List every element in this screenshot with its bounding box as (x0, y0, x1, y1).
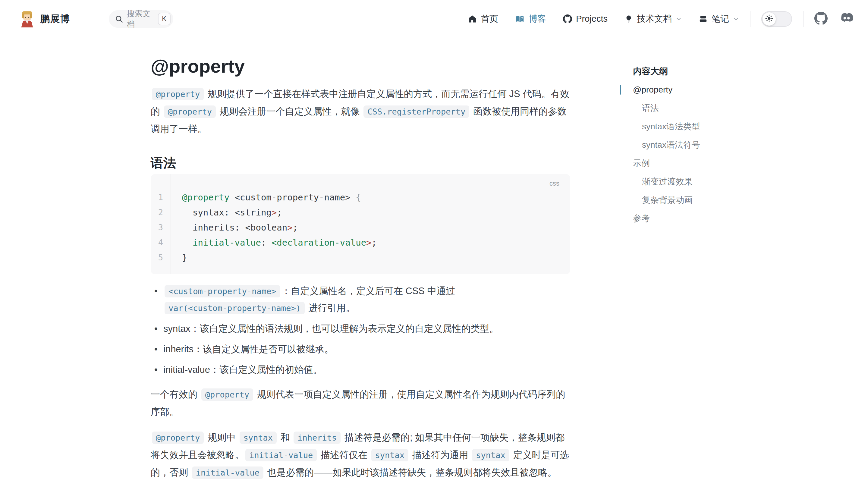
inline-code: inherits (293, 432, 341, 444)
github-icon (814, 12, 828, 26)
inline-code: syntax (240, 432, 277, 444)
list-item: inherits：该自定义属性是否可以被继承。 (151, 341, 570, 358)
theme-toggle[interactable] (761, 11, 792, 27)
divider (803, 11, 804, 27)
toc-item[interactable]: 渐变过渡效果 (633, 172, 731, 191)
list-item: <custom-property-name>：自定义属性名，定义后可在 CSS … (151, 283, 570, 316)
nav-item-label: 技术文档 (637, 13, 672, 25)
section-heading-syntax: 语法 (151, 156, 570, 170)
book-open-icon (515, 14, 525, 24)
page: 鹏展博 搜索文档 K 首页博客Projects技术文档笔记 (0, 0, 868, 490)
code-line: @property <custom-property-name> { (182, 190, 377, 205)
search-box[interactable]: 搜索文档 K (109, 10, 173, 28)
inline-code: CSS.registerProperty (364, 105, 469, 118)
search-placeholder: 搜索文档 (127, 8, 158, 30)
discord-icon (839, 12, 854, 26)
nav-item-projects[interactable]: Projects (563, 14, 608, 24)
toc-list: @property语法syntax语法类型syntax语法符号示例渐变过渡效果复… (633, 81, 731, 227)
inline-code: @property (152, 88, 204, 100)
toc-item[interactable]: 语法 (633, 99, 731, 117)
line-number: 1 (151, 190, 170, 205)
notes-icon (699, 14, 708, 24)
inline-code: syntax (472, 449, 509, 461)
code-line-numbers: 12345 (151, 174, 171, 274)
list-item: syntax：该自定义属性的语法规则，也可以理解为表示定义的自定义属性的类型。 (151, 320, 570, 337)
nav-item-label: 笔记 (712, 13, 729, 25)
nav-item-blog[interactable]: 博客 (515, 13, 546, 25)
line-number: 3 (151, 220, 170, 235)
code-block: css 12345 @property <custom-property-nam… (151, 174, 570, 274)
site-title[interactable]: 鹏展博 (40, 13, 70, 25)
octocat-icon (563, 14, 572, 24)
inline-code: initial-value (192, 466, 264, 479)
nav-item-label: 博客 (529, 13, 546, 25)
sun-icon (765, 14, 773, 24)
code-line: } (182, 250, 377, 265)
intro-paragraph: @property 规则提供了一个直接在样式表中注册自定义属性的方式，而无需运行… (151, 85, 570, 137)
search-icon (115, 15, 123, 23)
site-avatar (19, 10, 35, 27)
code-line: inherits: <boolean>; (182, 220, 377, 235)
primary-nav: 首页博客Projects技术文档笔记 (468, 13, 739, 25)
paragraph-registration: 一个有效的 @property 规则代表一项自定义属性的注册，使用自定义属性名作… (151, 386, 570, 420)
search-shortcut-key: K (158, 13, 170, 25)
inline-code: <custom-property-name> (164, 285, 280, 298)
divider (750, 11, 750, 27)
nav-item-label: 首页 (481, 13, 498, 25)
inline-code: @property (152, 432, 204, 444)
nav-item-notes[interactable]: 笔记 (699, 13, 739, 25)
toc-item[interactable]: 示例 (633, 154, 731, 172)
code-language-badge: css (550, 180, 559, 187)
page-title: @property (151, 55, 570, 78)
line-number: 5 (151, 250, 170, 265)
site-logo[interactable]: 鹏展博 (19, 10, 70, 27)
discord-link[interactable] (839, 12, 854, 26)
social-links (814, 12, 854, 26)
inline-code: initial-value (245, 449, 317, 461)
nav-item-label: Projects (576, 14, 608, 24)
table-of-contents: 内容大纲 @property语法syntax语法类型syntax语法符号示例渐变… (620, 54, 731, 232)
inline-code: syntax (371, 449, 409, 461)
code-content: @property <custom-property-name> { synta… (171, 174, 377, 274)
toc-item[interactable]: 复杂背景动画 (633, 191, 731, 209)
toc-title: 内容大纲 (633, 62, 731, 81)
descriptor-list: <custom-property-name>：自定义属性名，定义后可在 CSS … (151, 283, 570, 378)
paragraph-required-descriptors: @property 规则中 syntax 和 inherits 描述符是必需的;… (151, 429, 570, 481)
header-actions (739, 11, 854, 27)
list-item: initial-value：该自定义属性的初始值。 (151, 361, 570, 378)
bulb-icon (624, 14, 633, 24)
toc-item[interactable]: syntax语法符号 (633, 135, 731, 154)
github-link[interactable] (814, 12, 828, 26)
article: @property @property 规则提供了一个直接在样式表中注册自定义属… (151, 38, 570, 481)
code-line: syntax: <string>; (182, 205, 377, 220)
toc-item[interactable]: syntax语法类型 (633, 117, 731, 135)
toc-item[interactable]: 参考 (633, 209, 731, 227)
chevron-down-icon (676, 16, 682, 22)
nav-item-docs[interactable]: 技术文档 (624, 13, 682, 25)
line-number: 2 (151, 205, 170, 220)
inline-code: @property (201, 389, 253, 401)
line-number: 4 (151, 235, 170, 250)
toc-item[interactable]: @property (633, 81, 731, 99)
theme-toggle-knob (763, 12, 776, 26)
inline-code: @property (164, 105, 216, 118)
nav-item-home[interactable]: 首页 (468, 13, 498, 25)
home-icon (468, 14, 477, 24)
chevron-down-icon (733, 16, 739, 22)
site-header: 鹏展博 搜索文档 K 首页博客Projects技术文档笔记 (0, 0, 868, 38)
code-line: initial-value: <declaration-value>; (182, 235, 377, 250)
inline-code: var(<custom-property-name>) (164, 302, 305, 314)
